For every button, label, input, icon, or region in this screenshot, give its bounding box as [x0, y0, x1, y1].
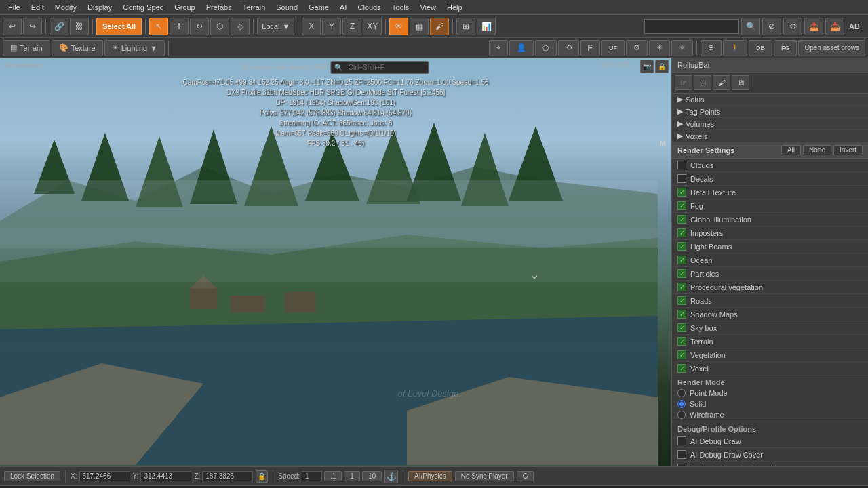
tb2-icon6[interactable]: UF [601, 40, 625, 56]
select-all-button[interactable]: Select All [96, 18, 142, 35]
menu-help[interactable]: Help [441, 2, 468, 13]
undo-button[interactable]: ↩ [3, 18, 22, 35]
layers-button[interactable]: ⊞ [456, 18, 475, 35]
ai-physics-button[interactable]: AI/Physics [408, 471, 452, 481]
speed-unit3-button[interactable]: 10 [362, 471, 382, 481]
debug-ai-draw-checkbox[interactable] [677, 436, 686, 445]
tb2-icon7[interactable]: ⚙ [626, 40, 648, 56]
render-proc-veg-checkbox[interactable] [677, 283, 686, 291]
render-mode-point[interactable]: Point Mode [672, 388, 868, 399]
speed-input[interactable] [302, 471, 322, 481]
view-options-button[interactable]: ▦ [410, 18, 429, 35]
render-vegetation-checkbox[interactable] [677, 350, 686, 359]
menu-file[interactable]: File [3, 2, 26, 13]
import-button[interactable]: 📥 [825, 18, 844, 35]
speed-unit1-button[interactable]: .1 [324, 471, 342, 481]
terrain-mode-button[interactable]: ▤ Terrain [3, 40, 50, 56]
settings-button[interactable]: ⚙ [783, 18, 802, 35]
render-fog-checkbox[interactable] [677, 201, 686, 210]
stats-button[interactable]: 📊 [477, 18, 496, 35]
render-mode-wireframe-radio[interactable] [677, 411, 686, 419]
viewport-lock-icon[interactable]: 🔒 [655, 60, 669, 73]
x-input[interactable] [79, 471, 130, 481]
transform-mode-dropdown[interactable]: Local ▼ [257, 18, 294, 35]
tb2-icon1[interactable]: ⌖ [489, 40, 508, 56]
render-mode-point-radio[interactable] [677, 389, 686, 397]
menu-view[interactable]: View [414, 2, 441, 13]
move-tool-button[interactable]: ✛ [170, 18, 189, 35]
export-button[interactable]: 📤 [804, 18, 823, 35]
menu-tools[interactable]: Tools [387, 2, 415, 13]
tb2-icon8[interactable]: ✳ [649, 40, 670, 56]
tb2-icon2[interactable]: 👤 [509, 40, 534, 56]
render-ocean-checkbox[interactable] [677, 256, 686, 264]
main-search-input[interactable] [644, 19, 739, 34]
tb2-icon11[interactable]: 🚶 [723, 40, 747, 56]
menu-edit[interactable]: Edit [26, 2, 50, 13]
filter-button[interactable]: ⊘ [762, 18, 781, 35]
render-roads-checkbox[interactable] [677, 296, 686, 305]
tb2-icon9[interactable]: ⚛ [671, 40, 693, 56]
axis-x-button[interactable]: X [302, 18, 321, 35]
z-input[interactable] [202, 471, 253, 481]
render-none-button[interactable]: None [803, 145, 831, 155]
solus-item[interactable]: ▶ Solus [672, 94, 868, 106]
g-button[interactable]: G [517, 471, 534, 481]
menu-game[interactable]: Game [303, 2, 334, 13]
menu-configspec[interactable]: Config Spec [117, 2, 169, 13]
rb-layers-icon[interactable]: ⊟ [694, 75, 711, 90]
viewport-camera-icon[interactable]: 📷 [640, 60, 654, 73]
render-all-button[interactable]: All [781, 145, 801, 155]
render-terrain-checkbox[interactable] [677, 337, 686, 346]
tb2-icon3[interactable]: ◎ [535, 40, 557, 56]
rotate-tool-button[interactable]: ↻ [190, 18, 209, 35]
menu-group[interactable]: Group [169, 2, 201, 13]
menu-clouds[interactable]: Clouds [352, 2, 386, 13]
render-gi-checkbox[interactable] [677, 215, 686, 224]
render-detail-texture-checkbox[interactable] [677, 188, 686, 197]
sync-icon[interactable]: ⚓ [384, 470, 398, 483]
skew-tool-button[interactable]: ◇ [231, 18, 250, 35]
select-tool-button[interactable]: ↖ [149, 18, 168, 35]
menu-terrain[interactable]: Terrain [237, 2, 271, 13]
scale-tool-button[interactable]: ⬡ [210, 18, 229, 35]
search-button[interactable]: 🔍 [741, 18, 760, 35]
texture-mode-button[interactable]: 🎨 Texture [52, 40, 103, 56]
y-input[interactable] [140, 471, 191, 481]
render-light-beams-checkbox[interactable] [677, 242, 686, 251]
render-particles-checkbox[interactable] [677, 269, 686, 278]
lock-coords-button[interactable]: 🔒 [256, 470, 268, 483]
rb-screen-icon[interactable]: 🖥 [732, 75, 749, 90]
render-invert-button[interactable]: Invert [833, 145, 863, 155]
redo-button[interactable]: ↪ [23, 18, 42, 35]
lighting-mode-button[interactable]: ☀ Lighting ▼ [104, 40, 165, 56]
menu-sound[interactable]: Sound [271, 2, 303, 13]
viewport-search-input[interactable] [344, 62, 426, 73]
axis-z-button[interactable]: Z [342, 18, 361, 35]
debug-budgets-checkbox[interactable] [677, 464, 686, 466]
render-shadow-maps-checkbox[interactable] [677, 310, 686, 319]
no-sync-player-button[interactable]: No Sync Player [455, 471, 514, 481]
link-button[interactable]: 🔗 [50, 18, 68, 35]
render-decals-checkbox[interactable] [677, 174, 686, 183]
render-sky-box-checkbox[interactable] [677, 323, 686, 332]
debug-ai-draw-cover-checkbox[interactable] [677, 450, 686, 459]
tb2-icon5[interactable]: F [580, 40, 600, 56]
voxels-item[interactable]: ▶ Voxels [672, 130, 868, 142]
tb2-icon13[interactable]: FG [774, 40, 797, 56]
menu-modify[interactable]: Modify [50, 2, 82, 13]
menu-prefabs[interactable]: Prefabs [201, 2, 237, 13]
render-clouds-checkbox[interactable] [677, 161, 686, 169]
volumes-item[interactable]: ▶ Volumes [672, 118, 868, 130]
tb2-icon10[interactable]: ⊕ [701, 40, 722, 56]
unlink-button[interactable]: ⛓ [70, 18, 89, 35]
render-mode-solid[interactable]: Solid [672, 399, 868, 409]
menu-display[interactable]: Display [82, 2, 117, 13]
tag-points-item[interactable]: ▶ Tag Points [672, 106, 868, 118]
rb-hand-icon[interactable]: ☞ [675, 75, 692, 90]
tb2-icon4[interactable]: ⟲ [558, 40, 579, 56]
paint-button[interactable]: 🖌 [430, 18, 449, 35]
axis-y-button[interactable]: Y [322, 18, 341, 35]
speed-unit2-button[interactable]: 1 [344, 471, 360, 481]
viewport[interactable]: Perspective By Name, Hide filtered, AND … [0, 58, 671, 466]
